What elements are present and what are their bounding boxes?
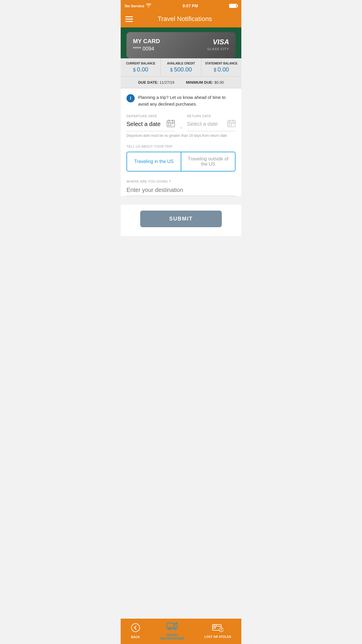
svg-rect-13 — [229, 123, 230, 124]
info-text: Planning a trip? Let us know ahead of ti… — [138, 94, 236, 107]
svg-rect-8 — [170, 125, 171, 126]
trip-type-row: Traveling in the US Traveling outside of… — [126, 152, 236, 172]
carrier-text: No Service — [125, 4, 144, 8]
departure-date-field: DEPARTURE DATE Select a date — [126, 114, 175, 131]
due-date-label: DUE DATE: 11/27/19 — [138, 80, 174, 85]
battery-icon — [229, 4, 237, 8]
svg-rect-4 — [168, 123, 169, 124]
svg-rect-16 — [229, 125, 230, 126]
departure-date-value: Select a date — [126, 121, 164, 127]
statement-balance-label: STATEMENT BALANCE — [204, 62, 238, 65]
statement-balance-amount: $ 0.00 — [204, 66, 238, 73]
menu-button[interactable] — [125, 16, 133, 22]
svg-rect-5 — [170, 123, 171, 124]
svg-rect-14 — [231, 123, 232, 124]
due-date-row: DUE DATE: 11/27/19 MINIMUM DUE: $0.00 — [121, 77, 241, 88]
submit-button[interactable]: SUBMIT — [140, 211, 222, 227]
return-date-field: RETURN DATE Select a date — [187, 114, 236, 131]
current-balance-amount: $ 0.00 — [124, 66, 158, 73]
departure-date-input[interactable]: Select a date — [126, 120, 175, 131]
return-date-label: RETURN DATE — [187, 114, 236, 118]
header: Travel Notifications — [121, 12, 241, 27]
card-number: **** 0094 — [133, 46, 160, 52]
trip-section-label: TELL US ABOUT YOUR TRIP — [126, 145, 236, 148]
return-date-input[interactable]: Select a date — [187, 120, 236, 131]
card-bank: GLASS CITY — [207, 47, 229, 51]
current-balance-cell: CURRENT BALANCE $ 0.00 — [121, 58, 161, 76]
destination-section: WHERE ARE YOU GOING ? — [126, 180, 236, 196]
svg-rect-7 — [168, 125, 169, 126]
svg-rect-6 — [172, 123, 173, 124]
status-bar: No Service 9:07 PM — [121, 0, 241, 12]
main-content: i Planning a trip? Let us know ahead of … — [121, 88, 241, 196]
return-date-value: Select a date — [187, 121, 225, 127]
submit-section: SUBMIT — [121, 205, 241, 236]
statement-balance-cell: STATEMENT BALANCE $ 0.00 — [201, 58, 241, 76]
current-balance-label: CURRENT BALANCE — [124, 62, 158, 65]
departure-calendar-icon[interactable] — [167, 120, 175, 129]
available-credit-amount: $ 500.00 — [164, 66, 198, 73]
card-name: MY CARD — [133, 38, 160, 45]
date-hint: Departure date must be no greater than 1… — [126, 134, 236, 138]
available-credit-cell: AVAILABLE CREDIT $ 500.00 — [161, 58, 201, 76]
svg-rect-15 — [233, 123, 234, 124]
minimum-due-label: MINIMUM DUE: $0.00 — [186, 80, 224, 85]
card-brand: VISA — [207, 38, 229, 46]
page-title: Travel Notifications — [133, 15, 237, 23]
return-calendar-icon[interactable] — [227, 120, 236, 129]
card-section: MY CARD **** 0094 VISA GLASS CITY — [121, 27, 241, 58]
trip-type-section: TELL US ABOUT YOUR TRIP Traveling in the… — [126, 145, 236, 172]
wifi-icon — [146, 4, 151, 8]
info-icon: i — [126, 94, 135, 102]
departure-date-label: DEPARTURE DATE — [126, 114, 175, 118]
date-separator: -- — [180, 114, 182, 130]
balance-row: CURRENT BALANCE $ 0.00 AVAILABLE CREDIT … — [121, 58, 241, 77]
dates-row: DEPARTURE DATE Select a date — [126, 114, 236, 131]
credit-card: MY CARD **** 0094 VISA GLASS CITY — [126, 32, 236, 58]
trip-btn-us[interactable]: Traveling in the US — [126, 152, 181, 172]
time-text: 9:07 PM — [182, 4, 198, 8]
destination-label: WHERE ARE YOU GOING ? — [126, 180, 236, 183]
available-credit-label: AVAILABLE CREDIT — [164, 62, 198, 65]
destination-input[interactable] — [126, 187, 236, 196]
trip-btn-outside[interactable]: Traveling outside of the US — [181, 152, 236, 172]
info-box: i Planning a trip? Let us know ahead of … — [126, 94, 236, 107]
svg-rect-17 — [231, 125, 232, 126]
